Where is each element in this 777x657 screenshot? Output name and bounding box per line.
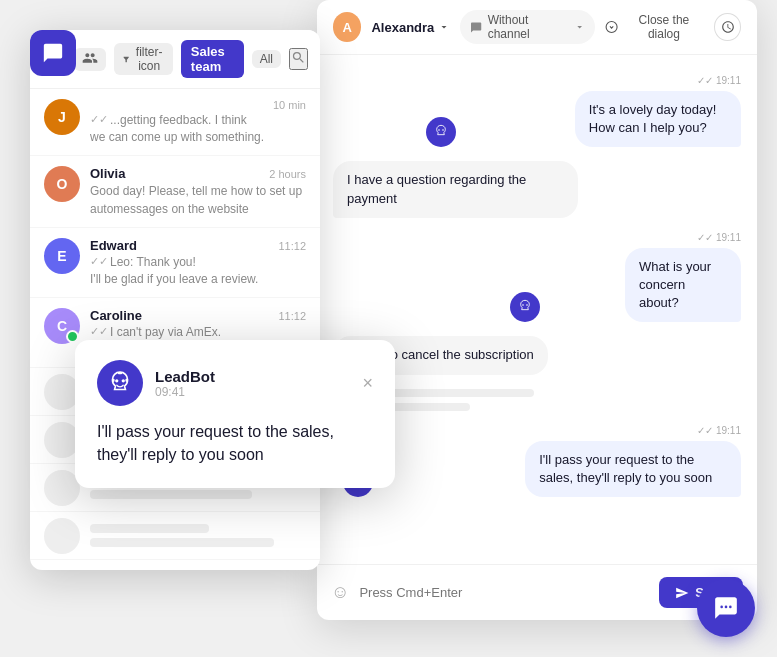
chat-preview-olivia2: automessages on the website	[90, 202, 249, 216]
input-area: ☺ Send	[317, 564, 757, 620]
svg-rect-2	[118, 372, 122, 374]
filter-count: filter-icon	[134, 45, 165, 73]
chat-time-first: 10 min	[273, 99, 306, 111]
avatar-first: J	[44, 99, 80, 135]
bot-icon-3	[510, 292, 540, 322]
msg-bubble-3: What is your concern about?	[625, 248, 741, 323]
chat-preview-edward: Leo: Thank you!	[110, 255, 196, 269]
team-icon-button[interactable]	[74, 48, 106, 71]
svg-point-9	[438, 130, 440, 132]
bot-time: 09:41	[155, 385, 350, 399]
msg-meta-3: ✓✓ 19:11	[697, 232, 741, 243]
check-icon-caroline: ✓✓	[90, 325, 108, 338]
skeleton-row-4	[30, 512, 320, 560]
svg-point-1	[122, 379, 125, 382]
svg-point-7	[729, 606, 732, 609]
skeleton-line-3b	[90, 490, 252, 499]
message-row-3: ✓✓ 19:11 What is your concern about?	[333, 232, 741, 323]
close-dialog-button[interactable]: Close the dialog	[605, 13, 704, 41]
emoji-button[interactable]: ☺	[331, 582, 349, 603]
avatar-edward: E	[44, 238, 80, 274]
svg-point-12	[526, 305, 528, 307]
all-button[interactable]: All	[252, 50, 281, 68]
chat-time-edward: 11:12	[278, 240, 306, 252]
chat-widget-icon[interactable]	[30, 30, 76, 76]
chat-time-olivia: 2 hours	[269, 168, 306, 180]
chat-item-first[interactable]: J 10 min ✓✓ ...getting feedback. I think…	[30, 89, 320, 156]
svg-point-10	[442, 130, 444, 132]
svg-point-6	[725, 606, 728, 609]
channel-label: Without channel	[488, 13, 569, 41]
avatar-olivia: O	[44, 166, 80, 202]
chat-preview-caroline: I can't pay via AmEx.	[110, 325, 221, 339]
chat-name-edward: Edward	[90, 238, 137, 253]
bot-icon-1	[426, 117, 456, 147]
check-icon-edward: ✓✓	[90, 255, 108, 268]
user-avatar: A	[333, 12, 361, 42]
chat-preview-edward2: I'll be glad if you leave a review.	[90, 272, 258, 286]
chat-name-olivia: Olivia	[90, 166, 125, 181]
svg-rect-3	[112, 379, 114, 382]
chat-item-edward[interactable]: E Edward 11:12 ✓✓ Leo: Thank you! I'll b…	[30, 228, 320, 298]
chat-item-olivia[interactable]: O Olivia 2 hours Good day! Please, tell …	[30, 156, 320, 228]
msg-meta-5: ✓✓ 19:11	[697, 425, 741, 436]
message-row-2: I have a question regarding the payment	[333, 161, 741, 217]
chat-preview-first: ...getting feedback. I think	[110, 113, 247, 127]
sales-team-badge[interactable]: Sales team	[181, 40, 244, 78]
bot-notification-card: LeadBot 09:41 × I'll pass your request t…	[75, 340, 395, 488]
chat-preview-first2: we can come up with something.	[90, 130, 264, 144]
svg-point-5	[720, 606, 723, 609]
chat-preview-olivia: Good day! Please, tell me how to set up	[90, 184, 302, 198]
svg-point-8	[606, 22, 617, 33]
chat-time-caroline: 11:12	[278, 310, 306, 322]
check-icon-first: ✓✓	[90, 113, 108, 126]
right-panel-header: A Alexandra Without channel Close the di…	[317, 0, 757, 55]
message-row-1: ✓✓ 19:11 It's a lovely day today! How ca…	[333, 75, 741, 147]
bot-card-header: LeadBot 09:41 ×	[97, 360, 373, 406]
svg-point-11	[522, 305, 524, 307]
bot-avatar-large	[97, 360, 143, 406]
channel-selector[interactable]: Without channel	[460, 10, 595, 44]
msg-bubble-5: I'll pass your request to the sales, the…	[525, 441, 741, 497]
bot-message-text: I'll pass your request to the sales, the…	[97, 420, 373, 466]
message-input[interactable]	[359, 585, 649, 600]
svg-rect-4	[125, 379, 127, 382]
msg-bubble-2: I have a question regarding the payment	[333, 161, 578, 217]
skeleton-line-4b	[90, 538, 274, 547]
left-panel: + filter-icon Sales team All J 10 min ✓✓…	[30, 30, 320, 570]
msg-meta-1: ✓✓ 19:11	[697, 75, 741, 86]
fab-chat-button[interactable]	[697, 579, 755, 637]
bot-close-button[interactable]: ×	[362, 374, 373, 392]
chat-name-caroline: Caroline	[90, 308, 142, 323]
msg-bubble-1: It's a lovely day today! How can I help …	[575, 91, 741, 147]
schedule-button[interactable]	[714, 13, 741, 41]
bot-name: LeadBot	[155, 368, 350, 385]
search-button[interactable]	[289, 48, 308, 70]
filter-button[interactable]: filter-icon	[114, 43, 173, 75]
user-name: Alexandra	[371, 20, 450, 35]
skeleton-line-4a	[90, 524, 209, 533]
skeleton-circle-4	[44, 518, 80, 554]
avatar-caroline: C	[44, 308, 80, 344]
right-panel: A Alexandra Without channel Close the di…	[317, 0, 757, 620]
svg-point-0	[115, 379, 118, 382]
